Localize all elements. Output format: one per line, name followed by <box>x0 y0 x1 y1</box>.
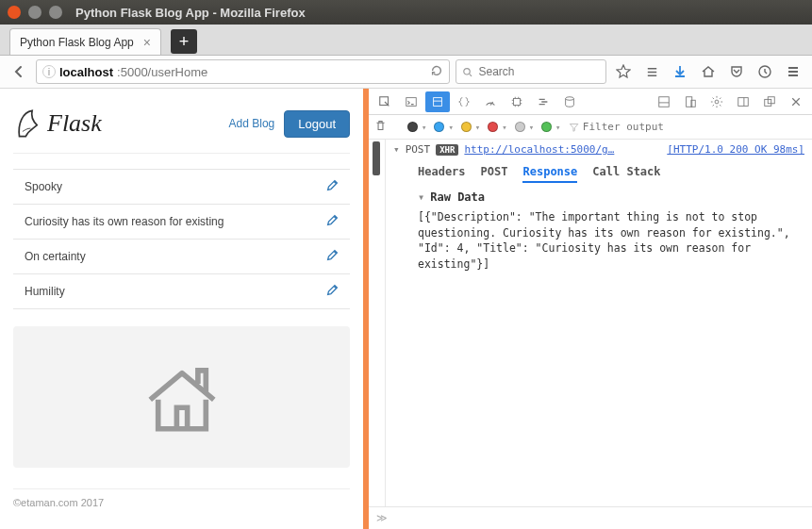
window-minimize-icon[interactable] <box>28 6 41 19</box>
clock-icon <box>757 64 772 79</box>
list-item: Humility <box>13 274 350 309</box>
pointer-icon <box>378 95 391 108</box>
chevron-down-icon[interactable]: ▾ <box>448 123 453 132</box>
filter-dot-security[interactable] <box>488 122 498 132</box>
filter-output-input[interactable] <box>583 121 806 133</box>
network-icon <box>537 95 550 108</box>
app-footer: ©etaman.com 2017 <box>13 488 350 508</box>
chevron-down-icon[interactable]: ▾ <box>555 123 560 132</box>
browser-tab[interactable]: Python Flask Blog App × <box>9 28 161 55</box>
filter-dot-js[interactable] <box>461 122 472 132</box>
debugger-icon <box>431 95 444 108</box>
request-line[interactable]: ▾ POST XHR http://localhost:5000/g… [HTT… <box>393 143 804 156</box>
popout-button[interactable] <box>757 91 782 112</box>
request-url[interactable]: http://localhost:5000/g… <box>464 143 614 156</box>
search-input[interactable] <box>478 65 600 78</box>
request-status: [HTTP/1.0 200 OK 98ms] <box>667 143 804 156</box>
app-header: Flask Add Blog Logout <box>13 100 350 154</box>
filter-dot-css[interactable] <box>434 122 444 132</box>
address-bar[interactable]: i localhost:5000/userHome <box>36 59 450 84</box>
new-tab-button[interactable]: + <box>171 29 197 54</box>
os-titlebar: Python Flask Blog App - Mozilla Firefox <box>0 0 812 25</box>
xhr-badge: XHR <box>436 144 458 156</box>
url-host: localhost <box>59 65 113 79</box>
window-maximize-icon[interactable] <box>49 6 62 19</box>
devtools-footer: ≫ <box>369 506 812 529</box>
star-icon <box>616 64 631 79</box>
filter-dot-errors[interactable] <box>407 122 418 132</box>
chevron-down-icon[interactable]: ▾ <box>475 123 480 132</box>
window-title: Python Flask Blog App - Mozilla Firefox <box>75 6 306 20</box>
console-prompt-icon[interactable]: ≫ <box>376 512 388 524</box>
dock-side-button[interactable] <box>731 91 755 112</box>
twisty-icon[interactable]: ▾ <box>393 143 400 156</box>
funnel-icon <box>569 122 579 133</box>
footer-text: ©etaman.com 2017 <box>13 497 104 508</box>
close-devtools-button[interactable] <box>784 91 808 112</box>
storage-tool[interactable] <box>557 91 582 112</box>
hamburger-icon <box>786 64 801 79</box>
raw-data-label: Raw Data <box>430 190 485 204</box>
pencil-icon <box>326 249 339 261</box>
response-subtabs: Headers POST Response Call Stack <box>418 165 804 183</box>
device-icon <box>684 95 697 108</box>
edit-button[interactable] <box>326 214 339 229</box>
debugger-tool[interactable] <box>425 91 450 112</box>
history-button[interactable] <box>754 60 776 83</box>
list-item: Curiosity has its own reason for existin… <box>13 205 350 240</box>
pocket-button[interactable] <box>725 60 748 83</box>
network-tool[interactable] <box>531 91 555 112</box>
settings-tool[interactable] <box>704 91 729 112</box>
raw-data-header[interactable]: ▾ Raw Data <box>418 190 804 204</box>
performance-tool[interactable] <box>478 91 503 112</box>
url-path: :5000/userHome <box>117 65 207 79</box>
console-tool[interactable] <box>399 91 423 112</box>
twisty-icon[interactable]: ▾ <box>418 190 424 204</box>
subtab-headers[interactable]: Headers <box>418 165 466 183</box>
filter-dot-logging[interactable] <box>515 122 525 132</box>
arrow-left-icon <box>11 64 26 79</box>
filter-dot-server[interactable] <box>541 122 552 132</box>
svg-rect-11 <box>738 97 749 106</box>
chevron-down-icon[interactable]: ▾ <box>502 123 506 132</box>
svg-point-6 <box>566 96 574 100</box>
memory-tool[interactable] <box>505 91 529 112</box>
edit-button[interactable] <box>326 249 339 264</box>
svg-rect-4 <box>434 97 442 106</box>
bookmarks-list-button[interactable] <box>640 60 663 83</box>
edit-button[interactable] <box>326 179 339 194</box>
edit-button[interactable] <box>326 284 339 299</box>
menu-button[interactable] <box>782 60 804 83</box>
responsive-mode-toggle[interactable] <box>678 91 703 112</box>
window-close-icon[interactable] <box>8 6 21 19</box>
chevron-down-icon[interactable]: ▾ <box>529 123 534 132</box>
bookmark-star-button[interactable] <box>612 60 635 83</box>
downloads-button[interactable] <box>669 60 691 83</box>
search-box[interactable] <box>456 59 606 84</box>
clear-button[interactable] <box>374 120 387 135</box>
devtools-panel: ▾ ▾ ▾ ▾ ▾ ▾ ▾ POST XHR http://localhost:… <box>369 89 812 529</box>
styleeditor-tool[interactable] <box>452 91 476 112</box>
info-icon[interactable]: i <box>42 65 56 78</box>
inspector-tool[interactable] <box>373 91 397 112</box>
back-button[interactable] <box>8 60 30 83</box>
scroll-marker <box>373 141 380 175</box>
devtools-gutter <box>369 140 386 506</box>
split-console-toggle[interactable] <box>652 91 676 112</box>
add-blog-link[interactable]: Add Blog <box>229 117 275 130</box>
app-logo: Flask <box>13 107 102 140</box>
reload-button[interactable] <box>430 64 443 80</box>
house-icon <box>140 355 224 439</box>
home-button[interactable] <box>697 60 720 83</box>
subtab-callstack[interactable]: Call Stack <box>592 165 660 183</box>
post-title: Curiosity has its own reason for existin… <box>25 215 224 228</box>
tab-close-icon[interactable]: × <box>143 35 151 50</box>
pencil-icon <box>326 214 339 226</box>
raw-data-body: [{"Description": "The important thing is… <box>418 209 804 273</box>
subtab-response[interactable]: Response <box>522 165 577 183</box>
chevron-down-icon[interactable]: ▾ <box>422 123 426 132</box>
search-icon <box>462 66 472 78</box>
list-item: On certainty <box>13 240 350 274</box>
subtab-post[interactable]: POST <box>481 165 508 183</box>
logout-button[interactable]: Logout <box>284 110 350 138</box>
